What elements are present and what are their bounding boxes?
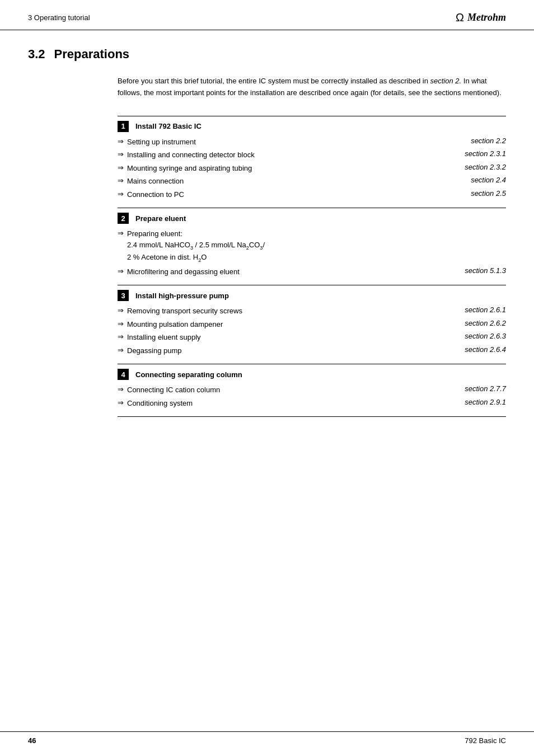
step-block-2: 2 Prepare eluent ⇒ Preparing eluent: 2.4… — [118, 208, 506, 285]
product-name: 792 Basic IC — [465, 736, 506, 745]
list-item: ⇒ Connecting IC cation column section 2.… — [118, 383, 506, 397]
section-number: 3.2 — [28, 47, 45, 62]
item-text: Connection to PC — [127, 189, 184, 200]
arrow-icon: ⇒ — [118, 346, 124, 354]
item-text: Conditioning system — [127, 398, 193, 409]
item-text: Degassing pump — [127, 345, 182, 356]
step-header-2: 2 Prepare eluent — [118, 208, 506, 226]
item-text: Installing and connecting detector block — [127, 149, 255, 161]
page-header: 3 Operating tutorial Ω Metrohm — [0, 0, 534, 30]
item-section: section 2.6.4 — [465, 345, 506, 354]
list-item: ⇒ Mounting syringe and aspirating tubing… — [118, 162, 506, 175]
item-section: section 2.6.3 — [465, 332, 506, 340]
arrow-icon: ⇒ — [118, 150, 124, 158]
step-header-3: 3 Install high-pressure pump — [118, 285, 506, 303]
item-section: section 2.3.2 — [465, 163, 506, 171]
arrow-icon: ⇒ — [118, 229, 124, 237]
list-item: ⇒ Connection to PC section 2.5 — [118, 188, 506, 201]
item-text: Setting up instrument — [127, 137, 196, 148]
chapter-label: 3 Operating tutorial — [28, 13, 90, 22]
step-number-4: 4 — [118, 369, 129, 380]
list-item: ⇒ Mains connection section 2.4 — [118, 175, 506, 188]
arrow-icon: ⇒ — [118, 332, 124, 341]
step-number-2: 2 — [118, 213, 129, 224]
item-text: Removing transport security screws — [127, 306, 242, 317]
list-item: ⇒ Installing and connecting detector blo… — [118, 148, 506, 162]
step-header-1: 1 Install 792 Basic IC — [118, 116, 506, 134]
item-text: Mounting pulsation dampener — [127, 319, 223, 330]
list-item: ⇒ Preparing eluent: 2.4 mmol/L NaHCO3 / … — [118, 227, 506, 265]
step-block-4: 4 Connecting separating column ⇒ Connect… — [118, 364, 506, 417]
page-number: 46 — [28, 736, 36, 745]
intro-text-before: Before you start this brief tutorial, th… — [118, 77, 430, 85]
list-item: ⇒ Degassing pump section 2.6.4 — [118, 344, 506, 358]
page-footer: 46 792 Basic IC — [0, 731, 534, 745]
list-item: ⇒ Conditioning system section 2.9.1 — [118, 397, 506, 410]
step-header-4: 4 Connecting separating column — [118, 364, 506, 382]
intro-italic: section 2. — [430, 77, 462, 85]
arrow-icon: ⇒ — [118, 137, 124, 145]
logo-area: Ω Metrohm — [456, 11, 506, 24]
main-content: 3.2 Preparations Before you start this b… — [0, 30, 534, 456]
metrohm-icon: Ω — [456, 11, 464, 24]
item-text: Microfiltering and degassing eluent — [127, 266, 240, 278]
arrow-icon: ⇒ — [118, 267, 124, 275]
item-section: section 2.6.1 — [465, 306, 506, 314]
page: 3 Operating tutorial Ω Metrohm 3.2 Prepa… — [0, 0, 534, 756]
step-block-1: 1 Install 792 Basic IC ⇒ Setting up inst… — [118, 116, 506, 208]
step-items-2: ⇒ Preparing eluent: 2.4 mmol/L NaHCO3 / … — [118, 226, 506, 285]
page-title: Preparations — [54, 47, 130, 62]
arrow-icon: ⇒ — [118, 398, 124, 407]
list-item: ⇒ Microfiltering and degassing eluent se… — [118, 265, 506, 279]
item-section: section 2.9.1 — [465, 398, 506, 406]
item-text: Preparing eluent: 2.4 mmol/L NaHCO3 / 2.… — [127, 228, 265, 264]
item-text: Mains connection — [127, 176, 184, 187]
list-item: ⇒ Removing transport security screws sec… — [118, 304, 506, 318]
item-text: Connecting IC cation column — [127, 384, 220, 396]
list-item: ⇒ Mounting pulsation dampener section 2.… — [118, 318, 506, 331]
arrow-icon: ⇒ — [118, 306, 124, 314]
step-title-1: Install 792 Basic IC — [135, 122, 202, 130]
step-items-1: ⇒ Setting up instrument section 2.2 ⇒ In… — [118, 134, 506, 208]
steps-container: 1 Install 792 Basic IC ⇒ Setting up inst… — [118, 116, 506, 417]
arrow-icon: ⇒ — [118, 163, 124, 172]
item-section: section 2.5 — [471, 189, 506, 198]
intro-paragraph: Before you start this brief tutorial, th… — [118, 76, 506, 99]
item-section: section 2.2 — [471, 137, 506, 145]
item-text: Installing eluent supply — [127, 332, 201, 343]
step-number-1: 1 — [118, 121, 129, 132]
step-items-4: ⇒ Connecting IC cation column section 2.… — [118, 382, 506, 416]
item-section: section 5.1.3 — [465, 266, 506, 275]
arrow-icon: ⇒ — [118, 176, 124, 185]
arrow-icon: ⇒ — [118, 385, 124, 393]
step-title-4: Connecting separating column — [135, 370, 242, 379]
arrow-icon: ⇒ — [118, 190, 124, 198]
step-title-3: Install high-pressure pump — [135, 292, 229, 300]
arrow-icon: ⇒ — [118, 320, 124, 328]
item-section: section 2.4 — [471, 176, 506, 184]
step-title-2: Prepare eluent — [135, 214, 186, 223]
step-items-3: ⇒ Removing transport security screws sec… — [118, 303, 506, 364]
list-item: ⇒ Setting up instrument section 2.2 — [118, 135, 506, 149]
metrohm-logo: Metrohm — [467, 12, 506, 24]
item-text: Mounting syringe and aspirating tubing — [127, 163, 252, 174]
list-item: ⇒ Installing eluent supply section 2.6.3 — [118, 331, 506, 344]
item-section: section 2.6.2 — [465, 319, 506, 327]
item-section: section 2.3.1 — [465, 149, 506, 158]
step-block-3: 3 Install high-pressure pump ⇒ Removing … — [118, 285, 506, 364]
step-number-3: 3 — [118, 290, 129, 301]
item-section: section 2.7.7 — [465, 384, 506, 393]
